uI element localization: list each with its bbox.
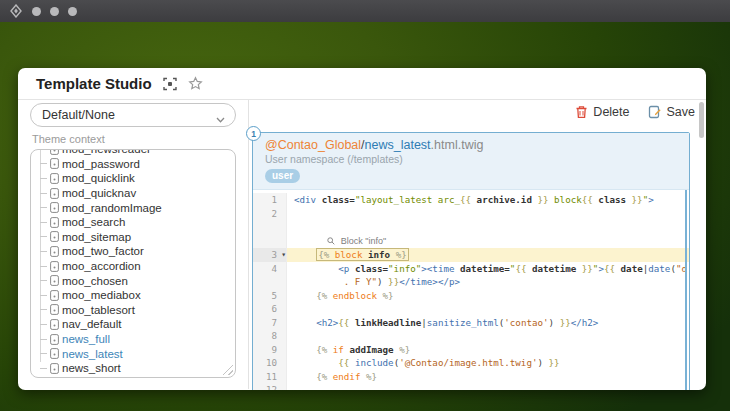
tree-item[interactable]: moo_accordion bbox=[31, 259, 235, 274]
code-editor-panel[interactable]: 1 @Contao_Global/news_latest.html.twig U… bbox=[252, 132, 690, 390]
template-file-icon bbox=[50, 348, 59, 359]
tree-item-label: mod_two_factor bbox=[62, 245, 144, 257]
code-line: 11▾ {% endif %} bbox=[253, 370, 689, 384]
line-number-gutter[interactable]: 8▾ bbox=[253, 329, 287, 343]
tree-item-label: mod_randomImage bbox=[62, 202, 162, 214]
save-button[interactable]: Save bbox=[648, 105, 696, 119]
tree-branch-line bbox=[40, 163, 47, 164]
tree-item[interactable]: news_full bbox=[31, 332, 235, 347]
tree-branch-line bbox=[40, 280, 47, 281]
tree-branch-line bbox=[40, 339, 47, 340]
file-namespace: @Contao_Global bbox=[265, 138, 361, 152]
tree-item[interactable]: moo_mediabox bbox=[31, 288, 235, 303]
editor-scrollbar[interactable] bbox=[685, 190, 687, 390]
code-area[interactable]: 1▾ <div class="layout_latest arc_{{ arch… bbox=[253, 190, 689, 390]
trash-icon bbox=[575, 105, 588, 119]
line-number-gutter[interactable]: 12▾ bbox=[253, 383, 287, 390]
titlebar-dot[interactable] bbox=[50, 7, 59, 16]
code-rows: 1▾ <div class="layout_latest arc_{{ arch… bbox=[253, 193, 689, 390]
template-file-icon bbox=[50, 217, 59, 228]
save-pencil-icon bbox=[648, 105, 662, 119]
tree-branch-line bbox=[40, 236, 47, 237]
tree-item[interactable]: mod_newsreader bbox=[31, 149, 235, 157]
code-line: 9▾ {% if addImage %} bbox=[253, 343, 689, 357]
fold-arrow-icon: ▾ bbox=[281, 248, 286, 262]
template-tree[interactable]: mod_newsreader mod_password mod_quicklin… bbox=[30, 149, 236, 378]
template-file-icon bbox=[50, 173, 59, 184]
favorite-star-icon[interactable] bbox=[188, 76, 203, 91]
code-line: 3▾ {% block info %} bbox=[253, 248, 689, 262]
line-number-gutter[interactable]: ▾ bbox=[253, 220, 287, 248]
user-namespace-badge: user bbox=[265, 169, 300, 183]
theme-context-select[interactable]: Default/None bbox=[30, 103, 236, 127]
titlebar-dot[interactable] bbox=[32, 7, 41, 16]
code-line: 2▾ bbox=[253, 207, 689, 221]
tree-item[interactable]: moo_tablesort bbox=[31, 303, 235, 318]
template-file-icon bbox=[50, 231, 59, 242]
line-number-gutter[interactable]: 5▾ bbox=[253, 289, 287, 303]
tree-item[interactable]: mod_two_factor bbox=[31, 244, 235, 259]
page-title: Template Studio bbox=[36, 75, 152, 92]
tree-item[interactable]: mod_quicknav bbox=[31, 186, 235, 201]
line-number-gutter[interactable]: 3▾ bbox=[253, 248, 287, 262]
line-number-gutter[interactable]: ▾ bbox=[253, 275, 287, 289]
desktop-background: Template Studio Default/None bbox=[0, 22, 730, 411]
tree-branch-line bbox=[40, 207, 47, 208]
line-number-gutter[interactable]: 6▾ bbox=[253, 302, 287, 316]
sidebar: Default/None Theme context mod_newsread bbox=[18, 100, 249, 389]
tree-branch-line bbox=[40, 295, 47, 296]
template-file-icon bbox=[50, 246, 59, 257]
tree-item[interactable]: mod_randomImage bbox=[31, 200, 235, 215]
code-line-content: <div class="layout_latest arc_{{ archive… bbox=[287, 193, 689, 207]
tree-branch-line bbox=[40, 266, 47, 267]
window-scrollbar[interactable] bbox=[699, 102, 704, 138]
main-pane: Delete Save 1 @Contao_Global/new bbox=[249, 100, 706, 389]
delete-button[interactable]: Delete bbox=[575, 105, 629, 119]
code-line-content bbox=[287, 207, 689, 221]
template-file-icon bbox=[50, 188, 59, 199]
line-number-gutter[interactable]: 11▾ bbox=[253, 370, 287, 384]
code-line-content: . F Y") }}</time></p> bbox=[287, 275, 689, 289]
resize-handle[interactable] bbox=[223, 365, 233, 375]
code-line: ▾ Block "info" bbox=[253, 220, 689, 248]
code-line: 1▾ <div class="layout_latest arc_{{ arch… bbox=[253, 193, 689, 207]
template-studio-window: Template Studio Default/None bbox=[18, 68, 706, 390]
template-tree-list: mod_newsreader mod_password mod_quicklin… bbox=[31, 149, 235, 376]
code-line-content: <h2>{{ linkHeadline|sanitize_html('conta… bbox=[287, 316, 689, 330]
editor-header: @Contao_Global/news_latest.html.twig Use… bbox=[253, 133, 689, 190]
code-line: 4▾ <p class="info"><time datetime="{{ da… bbox=[253, 262, 689, 276]
line-number-gutter[interactable]: 10▾ bbox=[253, 356, 287, 370]
code-line: 8▾ bbox=[253, 329, 689, 343]
tree-branch-line bbox=[40, 251, 47, 252]
code-line-content: {% if addImage %} bbox=[287, 343, 689, 357]
template-file-icon bbox=[50, 290, 59, 301]
tree-item[interactable]: mod_password bbox=[31, 157, 235, 172]
tree-item-label: news_latest bbox=[62, 348, 123, 360]
template-file-icon bbox=[50, 275, 59, 286]
line-number-gutter[interactable]: 9▾ bbox=[253, 343, 287, 357]
template-file-icon bbox=[50, 304, 59, 315]
code-lens-label[interactable]: Block "info" bbox=[341, 236, 386, 246]
tree-item[interactable]: mod_search bbox=[31, 215, 235, 230]
tree-item[interactable]: mod_sitemap bbox=[31, 230, 235, 245]
code-line: 12▾ bbox=[253, 383, 689, 390]
code-line: ▾ . F Y") }}</time></p> bbox=[253, 275, 689, 289]
tree-item[interactable]: mod_quicklink bbox=[31, 171, 235, 186]
fullscreen-button[interactable] bbox=[163, 77, 177, 91]
code-line-content: {% endif %} bbox=[287, 370, 689, 384]
tree-item-label: moo_chosen bbox=[62, 275, 128, 287]
code-line-content bbox=[287, 383, 689, 390]
tree-item[interactable]: nav_default bbox=[31, 317, 235, 332]
line-number-gutter[interactable]: 1▾ bbox=[253, 193, 287, 207]
theme-context-value: Default/None bbox=[42, 108, 115, 122]
tree-item[interactable]: news_short bbox=[31, 361, 235, 376]
tree-item[interactable]: moo_chosen bbox=[31, 273, 235, 288]
template-file-icon bbox=[50, 158, 59, 169]
titlebar-dot[interactable] bbox=[68, 7, 77, 16]
code-line: 10▾ {{ include('@Contao/image.html.twig'… bbox=[253, 356, 689, 370]
line-number-gutter[interactable]: 7▾ bbox=[253, 316, 287, 330]
line-number-gutter[interactable]: 4▾ bbox=[253, 262, 287, 276]
line-number-gutter[interactable]: 2▾ bbox=[253, 207, 287, 221]
tree-item[interactable]: news_latest bbox=[31, 346, 235, 361]
file-subtitle: User namespace (/templates) bbox=[265, 153, 679, 165]
